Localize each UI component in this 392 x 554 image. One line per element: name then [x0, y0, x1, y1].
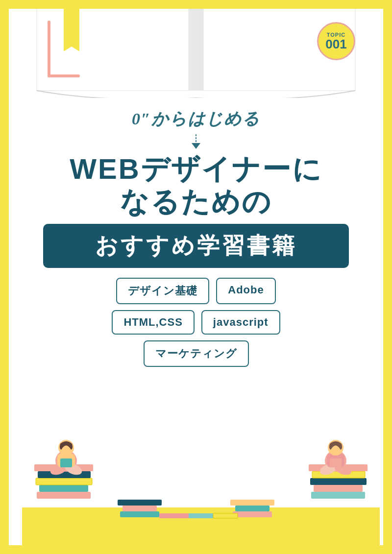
svg-rect-0 [189, 7, 203, 91]
svg-rect-18 [314, 485, 363, 492]
svg-rect-9 [38, 471, 91, 478]
svg-rect-28 [120, 511, 159, 517]
subtitle-text: 0″からはじめる [132, 108, 260, 130]
main-title-line2: なるための [120, 186, 272, 218]
svg-rect-7 [39, 485, 88, 492]
svg-rect-1 [64, 7, 79, 51]
green-box-title: おすすめ学習書籍 [43, 224, 349, 268]
tag-js: javascript [201, 310, 280, 335]
topic-number: 001 [325, 38, 346, 50]
svg-rect-35 [189, 513, 216, 518]
svg-rect-29 [122, 506, 157, 511]
tag-adobe: Adobe [216, 278, 275, 304]
svg-rect-36 [213, 513, 238, 518]
left-border [0, 0, 9, 554]
tag-html-text: HTML,CSS [123, 316, 182, 328]
top-border [0, 0, 392, 9]
arrow-decoration [192, 134, 200, 149]
bottom-illustration [22, 372, 370, 547]
tags-row-2: HTML,CSS javascript [112, 310, 280, 335]
topic-badge: TOPIC 001 [317, 22, 355, 60]
svg-rect-8 [36, 478, 92, 485]
main-card: TOPIC 001 0″からはじめる WEBデザイナーに なるための [7, 7, 385, 547]
tag-marketing-text: マーケティング [155, 347, 237, 360]
svg-rect-32 [235, 506, 270, 511]
green-box-text: おすすめ学習書籍 [95, 233, 297, 258]
svg-rect-31 [233, 511, 272, 517]
content-section: 0″からはじめる WEBデザイナーに なるための おすすめ学習書籍 [7, 98, 385, 547]
svg-rect-34 [159, 513, 189, 518]
svg-rect-6 [37, 492, 91, 499]
right-border [383, 0, 392, 554]
svg-rect-33 [230, 500, 274, 506]
subtitle: 0″からはじめる [132, 110, 260, 128]
main-title-line1: WEBデザイナーに [70, 153, 322, 186]
svg-rect-30 [118, 500, 162, 506]
tag-js-text: javascript [213, 316, 269, 328]
bottom-border [0, 545, 392, 554]
svg-rect-16 [60, 458, 72, 467]
svg-rect-19 [310, 478, 367, 485]
tag-marketing: マーケティング [144, 340, 249, 367]
tag-design-text: デザイン基礎 [128, 285, 197, 297]
tags-row-1: デザイン基礎 Adobe [116, 278, 275, 304]
svg-rect-17 [311, 492, 365, 499]
svg-rect-27 [330, 458, 342, 467]
tags-row-3: マーケティング [144, 340, 249, 367]
tag-adobe-text: Adobe [228, 284, 264, 296]
tag-html: HTML,CSS [112, 310, 194, 335]
tag-design: デザイン基礎 [116, 278, 209, 304]
